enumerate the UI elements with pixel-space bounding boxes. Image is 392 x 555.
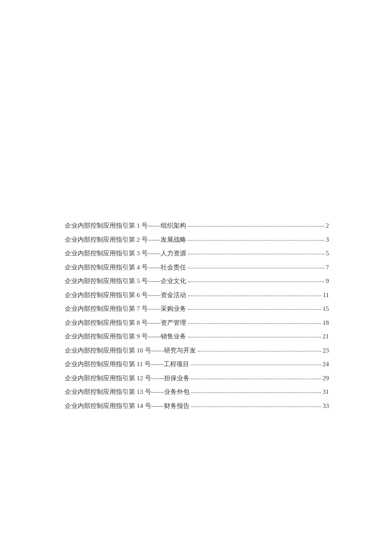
toc-entry: 企业内部控制应用指引第 5 号——企业文化 9	[65, 276, 329, 286]
toc-entry: 企业内部控制应用指引第 14 号——财务报告 33	[65, 401, 329, 411]
toc-entry-title: 企业内部控制应用指引第 14 号——财务报告	[65, 401, 190, 411]
toc-entry: 企业内部控制应用指引第 9 号——销售业务 21	[65, 332, 329, 341]
toc-entry: 企业内部控制应用指引第 4 号——社会责任 7	[65, 263, 329, 272]
toc-entry: 企业内部控制应用指引第 7 号——采购业务 15	[65, 304, 329, 314]
toc-entry: 企业内部控制应用指引第 3 号——人力资源 5	[65, 249, 329, 258]
toc-entry: 企业内部控制应用指引第 6 号——资金活动 11	[65, 290, 329, 300]
toc-entry: 企业内部控制应用指引第 8 号——资产管理 18	[65, 318, 329, 328]
toc-entry-title: 企业内部控制应用指引第 13 号——业务外包	[65, 387, 190, 397]
toc-entry-page: 29	[323, 373, 329, 383]
toc-entry-page: 31	[323, 387, 329, 397]
toc-entry-title: 企业内部控制应用指引第 2 号——发展战略	[65, 235, 186, 245]
toc-entry-page: 11	[323, 290, 329, 300]
toc-leader-dots	[191, 406, 321, 407]
toc-entry-page: 5	[326, 249, 329, 258]
toc-entry: 企业内部控制应用指引第 2 号——发展战略 3	[65, 235, 329, 245]
toc-entry-page: 9	[326, 276, 329, 286]
toc-entry-title: 企业内部控制应用指引第 10 号——研究与开发	[65, 346, 196, 356]
toc-entry-title: 企业内部控制应用指引第 1 号——组织架构	[65, 221, 186, 231]
table-of-contents: 企业内部控制应用指引第 1 号——组织架构 2 企业内部控制应用指引第 2 号—…	[65, 221, 329, 410]
toc-entry: 企业内部控制应用指引第 1 号——组织架构 2	[65, 221, 329, 231]
toc-entry-title: 企业内部控制应用指引第 9 号——销售业务	[65, 332, 186, 341]
document-page: 企业内部控制应用指引第 1 号——组织架构 2 企业内部控制应用指引第 2 号—…	[0, 0, 392, 410]
toc-leader-dots	[188, 309, 321, 310]
toc-entry: 企业内部控制应用指引第 12 号——担保业务 29	[65, 373, 329, 383]
toc-entry-page: 23	[323, 346, 329, 356]
toc-entry: 企业内部控制应用指引第 10 号——研究与开发 23	[65, 346, 329, 356]
toc-entry-title: 企业内部控制应用指引第 11 号——工程项目	[65, 359, 189, 369]
toc-entry-page: 3	[326, 235, 329, 245]
toc-entry-page: 2	[326, 221, 329, 231]
toc-entry-title: 企业内部控制应用指引第 4 号——社会责任	[65, 263, 186, 272]
toc-leader-dots	[188, 268, 324, 269]
toc-entry-title: 企业内部控制应用指引第 8 号——资产管理	[65, 318, 186, 328]
toc-entry-title: 企业内部控制应用指引第 3 号——人力资源	[65, 249, 186, 258]
toc-entry-page: 15	[323, 304, 329, 314]
toc-leader-dots	[188, 240, 324, 241]
toc-entry-title: 企业内部控制应用指引第 12 号——担保业务	[65, 373, 190, 383]
toc-leader-dots	[188, 323, 321, 324]
toc-entry-page: 7	[326, 263, 329, 272]
toc-entry: 企业内部控制应用指引第 13 号——业务外包 31	[65, 387, 329, 397]
toc-leader-dots	[188, 295, 321, 296]
toc-leader-dots	[191, 379, 321, 379]
toc-entry: 企业内部控制应用指引第 11 号——工程项目 24	[65, 359, 329, 369]
toc-leader-dots	[188, 254, 324, 254]
toc-leader-dots	[191, 364, 321, 365]
toc-leader-dots	[191, 392, 321, 393]
toc-entry-title: 企业内部控制应用指引第 6 号——资金活动	[65, 290, 186, 300]
toc-entry-page: 18	[323, 318, 329, 328]
toc-entry-title: 企业内部控制应用指引第 5 号——企业文化	[65, 276, 186, 286]
toc-entry-title: 企业内部控制应用指引第 7 号——采购业务	[65, 304, 186, 314]
toc-entry-page: 21	[323, 332, 329, 341]
toc-leader-dots	[198, 351, 321, 352]
toc-entry-page: 24	[323, 359, 329, 369]
toc-leader-dots	[188, 281, 324, 282]
toc-leader-dots	[188, 337, 321, 338]
toc-entry-page: 33	[323, 401, 329, 411]
toc-leader-dots	[188, 226, 324, 227]
